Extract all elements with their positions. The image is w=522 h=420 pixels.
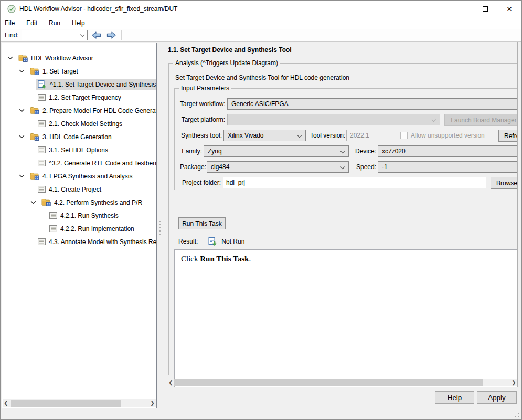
tree-item[interactable]: 2. Prepare Model For HDL Code Generation (2, 104, 156, 117)
tree-item-label: 3.1. Set HDL Options (46, 146, 108, 154)
tree-item[interactable]: 1.2. Set Target Frequency (2, 91, 156, 104)
task-list-icon (38, 186, 46, 193)
task-detail-panel: 1.1. Set Target Device and Synthesis Too… (164, 42, 518, 387)
tree-item-body[interactable]: 3. HDL Code Generation (28, 131, 156, 143)
browse-button[interactable]: Browse... (491, 177, 518, 189)
menu-run[interactable]: Run (49, 19, 66, 27)
menu-help[interactable]: Help (72, 19, 90, 27)
arrow-right-icon (106, 31, 116, 39)
task-list-icon (38, 120, 46, 127)
task-title: 1.1. Set Target Device and Synthesis Too… (168, 46, 292, 54)
find-input[interactable] (23, 31, 78, 39)
tree-scrollbar-thumb[interactable] (11, 400, 121, 407)
tree-horizontal-scrollbar[interactable]: ❮ ❯ (3, 399, 156, 407)
chevron-down-icon[interactable] (340, 165, 345, 169)
chevron-down-icon[interactable] (80, 33, 84, 37)
project-folder-input[interactable]: hdl_prj (223, 177, 486, 188)
target-platform-label: Target platform: (180, 116, 225, 123)
tree-item[interactable]: 4.1. Create Project (2, 183, 156, 196)
menu-edit[interactable]: Edit (26, 19, 42, 27)
package-value: clg484 (211, 163, 229, 171)
resize-grip[interactable] (515, 413, 520, 418)
find-previous-button[interactable] (91, 30, 102, 40)
chevron-down-icon[interactable] (19, 109, 28, 112)
panel-splitter-handle[interactable] (158, 221, 162, 237)
chevron-down-icon[interactable] (340, 149, 345, 153)
panel-horizontal-scrollbar[interactable]: ❮ ❯ (167, 379, 517, 386)
synthesis-tool-combobox[interactable]: Xilinx Vivado (223, 130, 306, 141)
scroll-right-icon[interactable]: ❯ (510, 379, 517, 386)
tree-item-body[interactable]: 4.1. Create Project (36, 184, 156, 195)
tree-item[interactable]: 4.2.1. Run Synthesis (2, 209, 156, 222)
tree-item-label: 3. HDL Code Generation (39, 133, 112, 141)
chevron-down-icon[interactable] (19, 174, 28, 178)
input-parameters-label: Input Parameters (179, 85, 231, 92)
scroll-left-icon[interactable]: ❮ (3, 399, 9, 407)
tree-item[interactable]: ^3.2. Generate RTL Code and Testbench (2, 156, 156, 170)
tree-item-body[interactable]: 2. Prepare Model For HDL Code Generation (28, 105, 156, 117)
scroll-left-icon[interactable]: ❮ (167, 379, 174, 386)
device-label: Device: (354, 148, 376, 155)
menubar: File Edit Run Help (1, 17, 521, 29)
tree-item[interactable]: 3.1. Set HDL Options (2, 143, 156, 156)
titlebar[interactable]: HDL Workflow Advisor - hdlcoder_sfir_fix… (1, 1, 521, 17)
tree-item[interactable]: 2.1. Check Model Settings (2, 117, 156, 130)
allow-unsupported-label: Allow unsupported version (411, 132, 485, 139)
tree-item[interactable]: HDL Workflow Advisor (2, 51, 156, 65)
tree-item-body[interactable]: 4.3. Annotate Model with Synthesis Resul… (36, 236, 156, 248)
help-accel: H (448, 394, 453, 402)
target-workflow-combobox[interactable]: Generic ASIC/FPGA (227, 98, 518, 110)
speed-combobox[interactable]: -1 (378, 161, 518, 173)
chevron-down-icon[interactable] (19, 135, 28, 139)
tree-item-body[interactable]: 1. Set Target (28, 66, 156, 77)
device-combobox[interactable]: xc7z020 (378, 145, 518, 157)
chevron-down-icon[interactable] (30, 201, 40, 204)
maximize-button[interactable] (473, 1, 497, 17)
run-this-task-button[interactable]: Run This Task (178, 217, 226, 229)
tree-item[interactable]: 1. Set Target (2, 65, 156, 78)
minimize-button[interactable] (449, 1, 473, 17)
tree-item[interactable]: 4. FPGA Synthesis and Analysis (2, 170, 156, 183)
tree-item-body[interactable]: 4.2.2. Run Implementation (48, 223, 156, 235)
refresh-button[interactable]: Refresh (498, 130, 518, 142)
synthesis-tool-value: Xilinx Vivado (228, 132, 263, 139)
help-button[interactable]: Help (435, 391, 474, 404)
find-label: Find: (5, 32, 19, 39)
workflow-folder-icon (30, 67, 39, 75)
find-next-button[interactable] (105, 30, 117, 40)
find-combobox[interactable] (22, 30, 88, 40)
tree-item[interactable]: 4.2. Perform Synthesis and P/R (2, 196, 156, 209)
tree-item-body[interactable]: 3.1. Set HDL Options (36, 144, 156, 156)
scroll-right-icon[interactable]: ❯ (149, 399, 156, 407)
result-status: Not Run (221, 238, 244, 245)
menu-file[interactable]: File (5, 19, 20, 27)
family-combobox[interactable]: Zynq (204, 145, 349, 157)
task-output-box: Click Run This Task. (174, 249, 518, 387)
chevron-down-icon[interactable] (19, 69, 28, 73)
apply-button[interactable]: Apply (477, 391, 517, 404)
package-combobox[interactable]: clg484 (207, 161, 349, 173)
tree-item-body[interactable]: 2.1. Check Model Settings (36, 118, 156, 130)
tree-item-label: 2. Prepare Model For HDL Code Generation (39, 107, 156, 114)
tree-item[interactable]: ^1.1. Set Target Device and Synthesis To… (2, 78, 156, 91)
apply-rest: pply (493, 394, 505, 402)
tree-item-body[interactable]: ^1.1. Set Target Device and Synthesis To… (36, 79, 156, 90)
close-button[interactable]: ✕ (497, 1, 521, 17)
tree-item-body[interactable]: 4. FPGA Synthesis and Analysis (28, 171, 156, 182)
tree-item[interactable]: 4.2.2. Run Implementation (2, 222, 156, 235)
chevron-down-icon[interactable] (7, 56, 17, 60)
tree-item-label: 4. FPGA Synthesis and Analysis (39, 173, 132, 180)
chevron-down-icon[interactable] (297, 133, 302, 138)
tree-item[interactable]: 4.3. Annotate Model with Synthesis Resul… (2, 235, 156, 248)
tree-item-body[interactable]: ^3.2. Generate RTL Code and Testbench (36, 158, 156, 169)
tree-item[interactable]: 3. HDL Code Generation (2, 130, 156, 143)
tree-item-body[interactable]: 1.2. Set Target Frequency (36, 92, 156, 103)
task-run-icon (208, 237, 217, 246)
speed-value: -1 (382, 163, 388, 171)
tree-item-body[interactable]: 4.2. Perform Synthesis and P/R (40, 197, 156, 208)
tree-item-body[interactable]: HDL Workflow Advisor (17, 52, 156, 64)
tree-item-body[interactable]: 4.2.1. Run Synthesis (48, 210, 156, 222)
panel-scrollbar-thumb[interactable] (174, 379, 483, 386)
maximize-icon (483, 6, 488, 12)
tool-version-field: 2022.1 (346, 130, 395, 141)
